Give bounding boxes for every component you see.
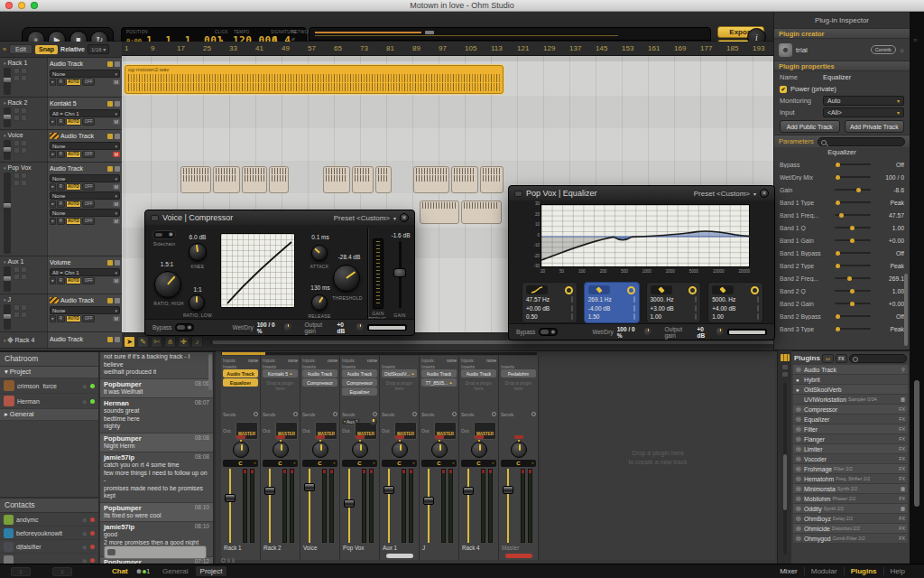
automation-chip[interactable]: ▸	[50, 79, 56, 86]
mixer-drop-zone[interactable]: Drop a plugin hereto create a new track	[541, 356, 775, 560]
audio-clip[interactable]	[213, 166, 240, 193]
param-slider[interactable]	[835, 239, 871, 241]
view-tab[interactable]: Plugins	[844, 567, 883, 575]
mixer-bottom-controls[interactable]	[221, 557, 539, 564]
param-slider-dot[interactable]	[847, 276, 852, 281]
volume-fader[interactable]	[224, 469, 237, 543]
input-dropdown[interactable]: <All>▾	[823, 107, 904, 117]
pan-knob[interactable]	[392, 442, 408, 458]
track-settings-icon[interactable]	[115, 134, 120, 139]
param-slider[interactable]	[835, 303, 871, 304]
sends-add-icon[interactable]	[254, 412, 258, 416]
param-slider-dot[interactable]	[850, 226, 855, 230]
track-plugin-name[interactable]: Kontakt 5	[50, 100, 106, 107]
pan-display[interactable]: C	[461, 460, 496, 467]
io-dropdown[interactable]: None▾	[50, 70, 120, 78]
param-slider-dot[interactable]	[850, 302, 855, 306]
contact-name[interactable]: djfalsifier	[16, 544, 79, 550]
gear-icon[interactable]: ☼	[82, 557, 88, 564]
clip-group[interactable]	[323, 166, 392, 193]
param-slider[interactable]	[835, 265, 871, 266]
automation-chip[interactable]: AUTO	[66, 218, 82, 225]
track-solo-mute-buttons[interactable]	[14, 68, 27, 95]
pan-knob[interactable]	[471, 442, 487, 458]
select-tool[interactable]: ➤	[124, 336, 135, 348]
knee-knob[interactable]	[189, 243, 207, 261]
insert-chip[interactable]: Compressor	[302, 378, 337, 387]
creator-badge[interactable]: Contrib	[871, 45, 896, 54]
automation-chip[interactable]: AUTO	[66, 118, 82, 126]
split-tool[interactable]: ⋔	[164, 336, 176, 348]
add-public-track-button[interactable]: Add Public Track	[780, 120, 840, 133]
audio-clip[interactable]	[480, 166, 504, 193]
track-freeze-icon[interactable]	[107, 101, 113, 107]
minimize-icon[interactable]	[514, 191, 522, 197]
parameter-search-input[interactable]	[818, 137, 905, 146]
plugin-item[interactable]: ◎ Oddity Synth 2/2 ▦	[793, 504, 908, 514]
automation-chip[interactable]: R	[57, 315, 64, 322]
threshold-knob[interactable]	[333, 265, 360, 292]
track-mini-fader[interactable]	[4, 172, 11, 254]
band-q[interactable]: 1.50	[588, 313, 600, 320]
pan-knob[interactable]	[312, 442, 328, 458]
param-value[interactable]: 1.00	[875, 288, 904, 294]
track-mini-fader[interactable]	[4, 140, 11, 160]
contact-row[interactable]: beforeyouknowit ☼	[0, 527, 98, 540]
plugin-item[interactable]: ◎ Ohmicide Distortion 2/2 FX	[793, 524, 908, 534]
track-row[interactable]: ▾Pop Vox Audio Track	[0, 163, 122, 256]
param-value[interactable]: Off	[875, 313, 904, 320]
automation-chip[interactable]: R	[57, 218, 64, 225]
io-dropdown[interactable]: All = Chn 1▾	[50, 109, 120, 117]
band-type-icon[interactable]	[588, 285, 610, 294]
pan-knob[interactable]	[352, 442, 368, 458]
equalizer-titlebar[interactable]: Pop Vox | Equalizer Preset <Custom>▾ ✕	[509, 186, 774, 200]
message-author[interactable]: Popbumper	[104, 504, 142, 512]
compressor-titlebar[interactable]: Voice | Compressor Preset <Custom>▾ ✕	[145, 210, 414, 225]
insert-chip[interactable]: 77_8505...	[421, 378, 457, 387]
chat-input[interactable]	[104, 545, 207, 559]
automation-chip[interactable]: OFF	[82, 151, 95, 158]
view-tab[interactable]: Help	[883, 567, 911, 575]
strip-name[interactable]: Master	[501, 545, 536, 554]
track-plugin-name[interactable]: Audio Track	[60, 133, 106, 139]
band-gain[interactable]: +3.00 dB	[651, 305, 674, 312]
fx-filter-button[interactable]: FX	[836, 354, 847, 363]
gear-icon[interactable]: ☼	[82, 530, 88, 536]
band-q[interactable]: 0.50	[526, 313, 538, 320]
automation-chip[interactable]: ▸	[50, 118, 56, 126]
sidechain-toggle[interactable]	[152, 230, 176, 239]
gear-icon[interactable]: ☼	[82, 383, 88, 389]
volume-fader[interactable]	[422, 469, 436, 543]
bypass-toggle[interactable]	[539, 328, 558, 336]
insert-chip[interactable]: Compressor	[342, 378, 377, 387]
track-solo-mute-buttons[interactable]	[14, 266, 27, 292]
insert-chip[interactable]: Audio Track	[302, 369, 337, 378]
automation-chip[interactable]: R	[57, 79, 64, 86]
track-plugin-name[interactable]: Volume	[50, 259, 106, 266]
mixer-scrollbar[interactable]	[221, 352, 537, 355]
audio-clip[interactable]	[352, 166, 374, 193]
wetdry-knob[interactable]	[284, 323, 292, 331]
inputs-value[interactable]: none	[447, 358, 457, 363]
volume-fader[interactable]	[462, 469, 476, 543]
insert-chip[interactable]: Audio Track	[461, 369, 496, 378]
band-type-icon[interactable]	[651, 285, 672, 294]
track-solo-mute-buttons[interactable]	[14, 107, 27, 127]
send-knob[interactable]	[370, 418, 377, 425]
relative-button[interactable]: Relative	[60, 46, 85, 52]
bypass-toggle[interactable]	[175, 323, 194, 331]
monitoring-dropdown[interactable]: Auto▾	[823, 96, 904, 106]
param-slider[interactable]	[835, 328, 871, 330]
clip-group[interactable]	[413, 166, 504, 193]
plugin-item[interactable]: ◎ Ohmygod Comb Filter 2/2 FX	[793, 534, 908, 544]
band-type-icon[interactable]	[526, 285, 548, 294]
chat-scrollbar[interactable]	[208, 354, 212, 390]
track-freeze-icon[interactable]	[107, 166, 113, 172]
inputs-value[interactable]: none	[367, 358, 377, 363]
add-private-track-button[interactable]: Add Private Track	[845, 120, 905, 133]
io-dropdown[interactable]: None▾	[50, 142, 120, 150]
param-slider-dot[interactable]	[836, 163, 840, 167]
minimize-icon[interactable]	[151, 215, 159, 221]
automation-chip[interactable]: OFF	[82, 315, 95, 322]
fader-cap[interactable]	[423, 497, 434, 505]
